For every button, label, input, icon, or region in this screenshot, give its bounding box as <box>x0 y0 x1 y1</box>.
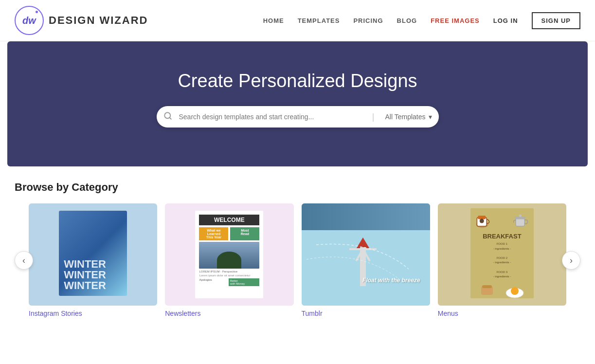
template-filter-dropdown[interactable]: All Templates ▾ <box>378 113 438 121</box>
header: dw DESIGN WIZARD HOME TEMPLATES PRICING … <box>0 0 595 41</box>
nl-subtext: Lorem ipsum dolor sit amet consectetur <box>199 274 259 277</box>
category-card-newsletters[interactable]: WELCOME What weLearnedThis Year MostRead… <box>165 203 293 317</box>
nl-box2: MostRead <box>230 227 259 240</box>
card-label-tumblr: Tumblr <box>302 309 430 317</box>
carousel-next-button[interactable]: › <box>562 251 580 270</box>
card-label-menus: Menus <box>438 309 566 317</box>
logo-text: DESIGN WIZARD <box>49 14 148 27</box>
carousel-track: WINTER WINTER WINTER Instagram Stories W… <box>24 203 571 317</box>
svg-rect-4 <box>478 216 486 219</box>
instagram-word3: WINTER <box>64 280 122 291</box>
fried-egg-icon <box>505 282 524 298</box>
svg-rect-10 <box>482 285 492 288</box>
nl-landscape <box>199 242 259 269</box>
card-image-tumblr: Float with the breeze <box>302 203 430 306</box>
logo[interactable]: dw DESIGN WIZARD <box>15 6 148 35</box>
nl-bottom: Apologies Betterwith Money <box>199 278 259 286</box>
svg-point-12 <box>511 287 519 295</box>
category-card-menus[interactable]: BREAKFAST FOOD 1- ingredients -FOOD 2- i… <box>438 203 566 317</box>
nav-pricing[interactable]: PRICING <box>353 17 383 24</box>
search-container: | All Templates ▾ <box>157 106 439 127</box>
browse-section: Browse by Category ‹ WINTER WINTER WINTE… <box>0 166 595 327</box>
main-nav: HOME TEMPLATES PRICING BLOG FREE IMAGES … <box>263 12 580 29</box>
tumblr-path-svg <box>302 230 430 306</box>
nav-login[interactable]: LOG IN <box>493 17 518 24</box>
instagram-word1: WINTER <box>64 259 122 270</box>
menus-items-text: FOOD 1- ingredients -FOOD 2- ingredients… <box>474 242 530 279</box>
logo-dot <box>36 11 38 13</box>
signup-button[interactable]: SIGN UP <box>532 12 580 29</box>
nl-welcome-text: WELCOME <box>199 215 259 225</box>
svg-rect-6 <box>516 218 524 226</box>
browse-title: Browse by Category <box>15 181 580 194</box>
carousel-prev-button[interactable]: ‹ <box>15 251 33 270</box>
dropdown-label: All Templates <box>385 113 425 121</box>
coffee-icon <box>474 212 492 230</box>
teapot-icon <box>512 212 530 230</box>
hero-section: Create Personalized Designs | All Templa… <box>7 41 588 166</box>
svg-point-5 <box>480 219 484 223</box>
chevron-down-icon: ▾ <box>429 113 432 121</box>
tumblr-preview: Float with the breeze <box>302 203 430 306</box>
newsletter-preview: WELCOME What weLearnedThis Year MostRead… <box>195 211 263 298</box>
menus-title-text: BREAKFAST <box>474 233 530 240</box>
instagram-word2: WINTER <box>64 270 122 280</box>
card-image-instagram: WINTER WINTER WINTER <box>29 203 157 306</box>
menus-preview: BREAKFAST FOOD 1- ingredients -FOOD 2- i… <box>470 208 534 298</box>
svg-point-8 <box>519 215 521 217</box>
logo-circle: dw <box>15 6 44 35</box>
category-card-tumblr[interactable]: Float with the breeze Tumblr <box>302 203 430 317</box>
card-image-newsletter: WELCOME What weLearnedThis Year MostRead… <box>165 203 293 306</box>
tumblr-banner <box>302 203 430 230</box>
nav-home[interactable]: HOME <box>263 17 284 24</box>
nl-box1: What weLearnedThis Year <box>199 227 228 240</box>
menus-top <box>474 212 530 230</box>
nav-free-images[interactable]: FREE IMAGES <box>431 17 480 24</box>
logo-abbr: dw <box>22 15 36 26</box>
menus-food-icons <box>474 282 530 298</box>
search-icon <box>157 111 179 123</box>
chevron-right-icon: › <box>570 255 573 266</box>
nav-templates[interactable]: TEMPLATES <box>298 17 340 24</box>
tumblr-content: Float with the breeze <box>302 230 430 306</box>
card-image-menus: BREAKFAST FOOD 1- ingredients -FOOD 2- i… <box>438 203 566 306</box>
card-label-newsletters: Newsletters <box>165 309 293 317</box>
category-card-instagram-stories[interactable]: WINTER WINTER WINTER Instagram Stories <box>29 203 157 317</box>
card-label-instagram: Instagram Stories <box>29 309 157 317</box>
instagram-preview: WINTER WINTER WINTER <box>59 211 127 296</box>
category-carousel: ‹ WINTER WINTER WINTER Instagram Stories <box>15 203 580 317</box>
hero-title: Create Personalized Designs <box>17 71 578 91</box>
nav-blog[interactable]: BLOG <box>397 17 417 24</box>
nl-text1: LOREM IPSUM - Perspective <box>199 270 259 273</box>
svg-line-1 <box>169 117 171 119</box>
search-input[interactable] <box>179 106 368 127</box>
toast-icon <box>480 282 494 297</box>
search-divider: | <box>368 112 379 122</box>
chevron-left-icon: ‹ <box>22 255 25 266</box>
